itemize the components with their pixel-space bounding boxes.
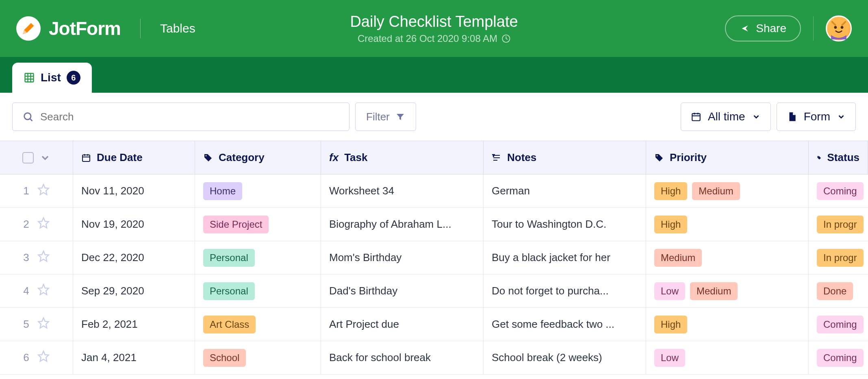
category-chip[interactable]: Art Class [203,316,256,333]
category-chip[interactable]: Personal [203,249,255,267]
category-cell[interactable]: Art Class [195,308,321,341]
brand-sublabel[interactable]: Tables [160,22,195,35]
star-icon[interactable] [37,283,50,298]
history-icon[interactable] [501,34,510,43]
priority-chip[interactable]: High [654,216,687,233]
category-chip[interactable]: Side Project [203,216,269,233]
header-status[interactable]: Status [809,141,868,174]
col-label: Task [344,151,367,164]
logo-area: JotForm Tables [16,16,195,41]
due-date-cell[interactable]: Jan 4, 2021 [73,341,195,374]
category-cell[interactable]: Personal [195,241,321,274]
notes-cell[interactable]: School break (2 weeks) [484,341,646,374]
filter-button[interactable]: Filter [355,102,416,131]
task-cell[interactable]: Mom's Birthday [321,241,484,274]
priority-chip[interactable]: High [654,316,687,333]
notes-cell[interactable]: Get some feedback two ... [484,308,646,341]
task-cell[interactable]: Art Project due [321,308,484,341]
category-chip[interactable]: Home [203,182,242,200]
priority-chip[interactable]: Medium [690,282,738,300]
category-cell[interactable]: School [195,341,321,374]
priority-chip[interactable]: Low [654,349,685,367]
priority-chip[interactable]: High [654,182,687,200]
category-cell[interactable]: Home [195,174,321,207]
row-index-cell: 4 [0,274,73,307]
form-icon [787,111,797,122]
table-row[interactable]: 2Nov 19, 2020Side ProjectBiography of Ab… [0,208,868,241]
priority-chip[interactable]: Low [654,282,685,300]
row-index-cell: 3 [0,241,73,274]
category-chip[interactable]: Personal [203,282,255,300]
due-date-cell[interactable]: Nov 19, 2020 [73,208,195,241]
task-cell[interactable]: Dad's Birthday [321,274,484,307]
table-row[interactable]: 4Sep 29, 2020PersonalDad's BirthdayDo no… [0,274,868,308]
avatar[interactable] [826,15,852,41]
table-row[interactable]: 6Jan 4, 2021SchoolBack for school breakS… [0,341,868,375]
notes-cell[interactable]: German [484,174,646,207]
task-cell[interactable]: Worksheet 34 [321,174,484,207]
status-cell[interactable]: Coming [809,174,868,207]
task-cell[interactable]: Back for school break [321,341,484,374]
star-icon[interactable] [37,217,50,232]
task-cell[interactable]: Biography of Abraham L... [321,208,484,241]
due-date-cell[interactable]: Sep 29, 2020 [73,274,195,307]
priority-cell[interactable]: High [646,308,809,341]
priority-chip[interactable]: Medium [692,182,740,200]
header-task[interactable]: fx Task [321,141,484,174]
header-notes[interactable]: T Notes [484,141,646,174]
form-button[interactable]: Form [777,102,856,131]
col-label: Priority [670,151,707,164]
fx-icon: fx [329,151,339,164]
share-button[interactable]: Share [725,15,801,41]
header-category[interactable]: Category [195,141,321,174]
notes-cell[interactable]: Do not forget to purcha... [484,274,646,307]
chevron-down-icon[interactable] [39,152,51,163]
category-chip[interactable]: School [203,349,246,367]
tab-count-badge: 6 [67,71,80,85]
search-box[interactable] [12,102,349,131]
table-row[interactable]: 1Nov 11, 2020HomeWorksheet 34GermanHighM… [0,174,868,208]
time-filter-button[interactable]: All time [681,102,771,131]
status-chip[interactable]: In progr [817,216,864,233]
table-row[interactable]: 3Dec 22, 2020PersonalMom's BirthdayBuy a… [0,241,868,274]
row-index-cell: 1 [0,174,73,207]
star-icon[interactable] [37,350,50,365]
header-due-date[interactable]: Due Date [73,141,195,174]
priority-cell[interactable]: HighMedium [646,174,809,207]
status-cell[interactable]: Coming [809,308,868,341]
priority-chip[interactable]: Medium [654,249,702,267]
status-chip[interactable]: Coming [817,182,864,200]
status-chip[interactable]: Done [817,282,853,300]
row-index-cell: 2 [0,208,73,241]
svg-line-10 [30,119,33,121]
priority-cell[interactable]: Low [646,341,809,374]
status-chip[interactable]: Coming [817,316,864,333]
row-number: 1 [23,185,29,197]
table-row[interactable]: 5Feb 2, 2021Art ClassArt Project dueGet … [0,308,868,341]
star-icon[interactable] [37,250,50,265]
due-date-cell[interactable]: Dec 22, 2020 [73,241,195,274]
notes-cell[interactable]: Buy a black jacket for her [484,241,646,274]
status-cell[interactable]: Coming [809,341,868,374]
logo-icon[interactable] [16,16,41,41]
tag-icon [654,153,664,163]
status-chip[interactable]: In progr [817,249,864,267]
priority-cell[interactable]: High [646,208,809,241]
header-priority[interactable]: Priority [646,141,809,174]
status-cell[interactable]: In progr [809,241,868,274]
category-cell[interactable]: Side Project [195,208,321,241]
status-cell[interactable]: In progr [809,208,868,241]
status-chip[interactable]: Coming [817,349,864,367]
due-date-cell[interactable]: Feb 2, 2021 [73,308,195,341]
status-cell[interactable]: Done [809,274,868,307]
priority-cell[interactable]: Medium [646,241,809,274]
due-date-cell[interactable]: Nov 11, 2020 [73,174,195,207]
category-cell[interactable]: Personal [195,274,321,307]
search-input[interactable] [40,111,339,123]
select-all-checkbox[interactable] [22,152,34,163]
star-icon[interactable] [37,317,50,332]
star-icon[interactable] [37,183,50,198]
notes-cell[interactable]: Tour to Washington D.C. [484,208,646,241]
priority-cell[interactable]: LowMedium [646,274,809,307]
tab-list[interactable]: List 6 [12,63,92,93]
